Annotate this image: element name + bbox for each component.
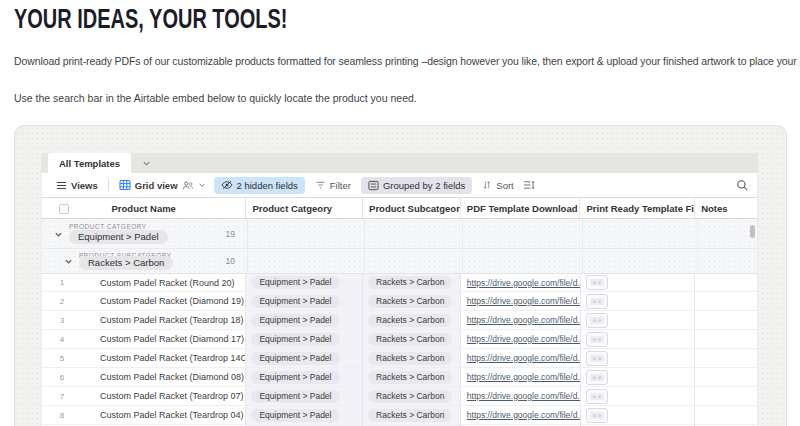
table-cell[interactable]: Rackets > Carbon	[363, 349, 461, 367]
column-header[interactable]: Product Subcatgeory	[363, 198, 461, 218]
hidden-fields-button[interactable]: 2 hidden fields	[214, 177, 305, 194]
table-cell[interactable]	[581, 274, 696, 291]
table-row[interactable]: 8Custom Padel Racket (Teardrop 04)Equipm…	[41, 406, 758, 425]
table-cell[interactable]	[581, 387, 696, 405]
attachment-thumbnail[interactable]	[586, 294, 608, 309]
column-header[interactable]: PDF Template Download	[461, 198, 581, 218]
table-cell[interactable]	[695, 292, 757, 310]
table-cell[interactable]	[695, 387, 757, 405]
table-cell[interactable]	[695, 330, 757, 348]
table-cell[interactable]: Equipment > Padel	[246, 274, 363, 291]
table-cell[interactable]	[695, 311, 757, 329]
table-cell[interactable]	[695, 274, 757, 291]
group-row-subcategory[interactable]: PRODUCT SUBCATGEORY Rackets > Carbon 10	[41, 248, 758, 273]
grid-view-button[interactable]: Grid view	[119, 179, 206, 191]
attachment-thumbnail[interactable]	[586, 313, 608, 328]
select-all-checkbox[interactable]	[59, 204, 69, 214]
table-cell[interactable]	[581, 368, 696, 386]
table-cell[interactable]	[695, 368, 757, 386]
table-cell[interactable]: https://drive.google.com/file/d...	[461, 311, 581, 329]
table-cell[interactable]: Equipment > Padel	[246, 368, 363, 386]
table-row[interactable]: 3Custom Padel Racket (Teardrop 18)Equipm…	[41, 311, 758, 330]
group-row-category[interactable]: PRODUCT CATGEORY Equipment > Padel 19	[41, 219, 758, 248]
table-cell[interactable]: Equipment > Padel	[246, 349, 363, 367]
table-cell[interactable]: 2Custom Padel Racket (Diamond 19)	[42, 292, 246, 310]
table-cell[interactable]	[581, 349, 696, 367]
table-cell[interactable]: 5Custom Padel Racket (Teardrop 14C)	[42, 349, 246, 367]
table-row[interactable]: 1Custom Padel Racket (Round 20)Equipment…	[41, 273, 758, 292]
table-cell[interactable]	[581, 311, 696, 329]
table-cell[interactable]: Equipment > Padel	[246, 387, 363, 405]
views-button[interactable]: Views	[56, 180, 98, 191]
vertical-scrollbar[interactable]	[750, 225, 755, 238]
pdf-template-link[interactable]: https://drive.google.com/file/d...	[467, 334, 581, 344]
table-cell[interactable]	[695, 349, 757, 367]
table-cell[interactable]: 7Custom Padel Racket (Teardrop 07)	[42, 387, 246, 405]
table-cell[interactable]: https://drive.google.com/file/d...	[461, 368, 581, 386]
table-cell[interactable]	[581, 330, 696, 348]
table-cell[interactable]: Equipment > Padel	[246, 311, 363, 329]
table-cell[interactable]: 6Custom Padel Racket (Diamond 08)	[42, 368, 246, 386]
attachment-thumbnail[interactable]	[586, 370, 608, 385]
column-header[interactable]: Notes	[695, 198, 757, 218]
group-count: 10	[226, 256, 235, 266]
tab-dropdown-chevron-icon[interactable]	[142, 153, 151, 173]
grouped-button[interactable]: Grouped by 2 fields	[361, 177, 472, 194]
collapse-chevron-icon[interactable]	[54, 230, 63, 239]
table-cell[interactable]: 3Custom Padel Racket (Teardrop 18)	[42, 311, 246, 329]
column-header[interactable]: Product Name	[42, 198, 246, 218]
row-height-button[interactable]	[523, 180, 535, 190]
table-row[interactable]: 7Custom Padel Racket (Teardrop 07)Equipm…	[41, 387, 758, 406]
attachment-thumbnail[interactable]	[586, 351, 608, 366]
table-cell[interactable]: https://drive.google.com/file/d...	[461, 274, 581, 291]
column-header[interactable]: Print Ready Template File	[580, 198, 695, 218]
pdf-template-link[interactable]: https://drive.google.com/file/d...	[467, 278, 581, 288]
table-cell[interactable]: Equipment > Padel	[246, 292, 363, 310]
tab-all-templates[interactable]: All Templates	[48, 153, 131, 173]
pdf-template-link[interactable]: https://drive.google.com/file/d...	[467, 315, 581, 325]
table-cell[interactable]: Equipment > Padel	[246, 330, 363, 348]
table-cell[interactable]: 4Custom Padel Racket (Diamond 17)	[42, 330, 246, 348]
table-cell[interactable]: Rackets > Carbon	[363, 387, 461, 405]
attachment-thumbnail[interactable]	[586, 332, 608, 347]
pdf-template-link[interactable]: https://drive.google.com/file/d...	[467, 372, 581, 382]
table-cell[interactable]: Rackets > Carbon	[363, 330, 461, 348]
subcategory-pill: Rackets > Carbon	[368, 352, 452, 365]
pdf-template-link[interactable]: https://drive.google.com/file/d...	[467, 391, 581, 401]
table-cell[interactable]	[581, 406, 696, 424]
table-cell[interactable]: Rackets > Carbon	[363, 311, 461, 329]
table-cell[interactable]	[581, 292, 696, 310]
table-cell[interactable]: Rackets > Carbon	[363, 274, 461, 291]
table-cell[interactable]: https://drive.google.com/file/d...	[461, 406, 581, 424]
table-row[interactable]: 4Custom Padel Racket (Diamond 17)Equipme…	[41, 330, 758, 349]
pdf-template-link[interactable]: https://drive.google.com/file/d...	[467, 353, 581, 363]
table-row[interactable]: 5Custom Padel Racket (Teardrop 14C)Equip…	[41, 349, 758, 368]
grid-view-label: Grid view	[135, 180, 178, 191]
pdf-template-link[interactable]: https://drive.google.com/file/d...	[467, 410, 581, 420]
table-cell[interactable]: 8Custom Padel Racket (Teardrop 04)	[42, 406, 246, 424]
row-number: 3	[54, 316, 70, 325]
group-icon	[368, 180, 379, 191]
table-cell[interactable]: https://drive.google.com/file/d...	[461, 349, 581, 367]
subcategory-pill: Rackets > Carbon	[368, 295, 452, 308]
sort-button[interactable]: Sort	[482, 180, 513, 191]
attachment-thumbnail[interactable]	[586, 275, 608, 290]
filter-button[interactable]: Filter	[315, 180, 351, 191]
table-cell[interactable]: Rackets > Carbon	[363, 292, 461, 310]
table-cell[interactable]: https://drive.google.com/file/d...	[461, 330, 581, 348]
table-cell[interactable]	[695, 406, 757, 424]
attachment-thumbnail[interactable]	[586, 389, 608, 404]
table-row[interactable]: 6Custom Padel Racket (Diamond 08)Equipme…	[41, 368, 758, 387]
column-header[interactable]: Product Catgeory	[246, 198, 363, 218]
table-row[interactable]: 2Custom Padel Racket (Diamond 19)Equipme…	[41, 292, 758, 311]
table-cell[interactable]: Rackets > Carbon	[363, 406, 461, 424]
table-cell[interactable]: Equipment > Padel	[246, 406, 363, 424]
attachment-thumbnail[interactable]	[586, 408, 608, 423]
table-cell[interactable]: https://drive.google.com/file/d...	[461, 387, 581, 405]
table-cell[interactable]: https://drive.google.com/file/d...	[461, 292, 581, 310]
table-cell[interactable]: 1Custom Padel Racket (Round 20)	[42, 274, 246, 291]
search-button[interactable]	[736, 179, 749, 192]
collapse-chevron-icon[interactable]	[64, 257, 73, 266]
table-cell[interactable]: Rackets > Carbon	[363, 368, 461, 386]
pdf-template-link[interactable]: https://drive.google.com/file/d...	[467, 296, 581, 306]
